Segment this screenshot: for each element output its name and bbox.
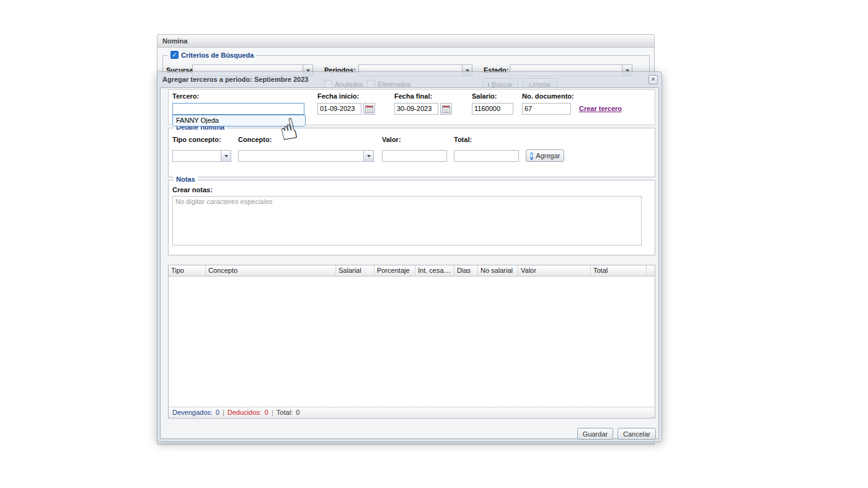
no-documento-label: No. documento: — [522, 92, 574, 100]
concepto-combo[interactable] — [238, 150, 374, 162]
total-status-label: Total: — [277, 407, 293, 418]
nomina-window-titlebar[interactable]: Nomina — [157, 35, 654, 48]
column-porcentaje[interactable]: Porcentaje — [374, 265, 415, 277]
check-icon: ✓ — [172, 51, 177, 58]
cancelar-button[interactable]: Cancelar — [618, 428, 656, 440]
chevron-down-icon[interactable] — [363, 150, 374, 162]
guardar-button[interactable]: Guardar — [577, 428, 613, 440]
fecha-inicio-calendar-icon[interactable] — [363, 103, 375, 115]
add-icon: + — [530, 152, 534, 160]
crear-tercero-link[interactable]: Crear tercero — [579, 105, 622, 112]
criterios-legend: ✓ Criterios de Búsqueda — [168, 51, 256, 59]
fecha-final-label: Fecha final: — [394, 92, 432, 100]
window-title: Nomina — [162, 37, 187, 45]
total-input[interactable] — [454, 150, 519, 162]
fecha-inicio-label: Fecha inicio: — [317, 92, 359, 100]
column-no-salarial[interactable]: No salarial — [478, 265, 518, 277]
column-concepto[interactable]: Concepto — [206, 265, 336, 277]
close-icon[interactable]: ✕ — [649, 75, 658, 84]
column-tipo[interactable]: Tipo — [169, 265, 206, 277]
fecha-final-calendar-icon[interactable] — [440, 103, 452, 115]
dialog-titlebar[interactable]: Agregar terceros a periodo: Septiembre 2… — [160, 74, 659, 86]
concepto-label: Concepto: — [238, 136, 272, 143]
total-label: Total: — [454, 136, 472, 143]
agregar-terceros-dialog: Agregar terceros a periodo: Septiembre 2… — [157, 71, 662, 442]
crear-notas-label: Crear notas: — [172, 186, 213, 193]
agregar-button[interactable]: + Agregar — [526, 149, 564, 162]
tipo-concepto-label: Tipo concepto: — [172, 136, 221, 143]
deducidos-value: 0 — [265, 407, 268, 418]
devengados-value: 0 — [216, 407, 219, 418]
tercero-form-panel: Tercero: FANNY Ojed FANNY Ojeda Fecha in… — [168, 89, 655, 125]
salario-label: Salario: — [472, 92, 497, 100]
valor-input[interactable] — [382, 150, 447, 162]
column-dias[interactable]: Dias — [454, 265, 478, 277]
grid-status-bar: Devengados: 0 | Deducidos: 0 | Total: 0 — [169, 407, 655, 418]
dialog-title: Agregar terceros a periodo: Septiembre 2… — [162, 76, 308, 83]
column-spacer — [647, 265, 655, 277]
fecha-inicio-input[interactable]: 01-09-2023 — [317, 103, 361, 115]
notas-legend: Notas — [174, 175, 198, 183]
column-valor[interactable]: Valor — [518, 265, 591, 277]
notas-textarea[interactable] — [172, 196, 642, 246]
grid-header: Tipo Concepto Salarial Porcentaje Int. c… — [169, 265, 655, 277]
total-status-value: 0 — [296, 407, 299, 418]
dialog-body: Tercero: FANNY Ojed FANNY Ojeda Fecha in… — [160, 87, 659, 439]
criterios-legend-text: Criterios de Búsqueda — [181, 51, 254, 59]
valor-label: Valor: — [382, 136, 401, 143]
column-total[interactable]: Total — [591, 265, 647, 277]
chevron-down-icon[interactable] — [221, 150, 231, 162]
column-salarial[interactable]: Salarial — [336, 265, 374, 277]
tercero-label: Tercero: — [172, 92, 199, 100]
status-separator: | — [272, 407, 273, 418]
deducidos-label: Deducidos: — [228, 407, 262, 418]
status-separator: | — [223, 407, 224, 418]
notas-fieldset: Notas Crear notas: — [168, 180, 655, 255]
column-int-cesantias[interactable]: Int. cesanti... — [415, 265, 454, 277]
fecha-final-input[interactable]: 30-09-2023 — [394, 103, 438, 115]
devengados-label: Devengados: — [172, 407, 213, 418]
conceptos-grid: Tipo Concepto Salarial Porcentaje Int. c… — [168, 265, 655, 419]
desktop: Nomina ✓ Criterios de Búsqueda Sucursal:… — [0, 0, 868, 488]
detalle-nomina-fieldset: Detalle nomina Tipo concepto: Concepto: … — [168, 128, 655, 177]
salario-input[interactable]: 1160000 — [472, 103, 513, 115]
criterios-checkbox[interactable]: ✓ — [170, 51, 179, 59]
grid-empty-body — [169, 277, 655, 407]
tipo-concepto-combo[interactable] — [172, 150, 231, 162]
no-documento-input[interactable]: 67 — [522, 103, 571, 115]
